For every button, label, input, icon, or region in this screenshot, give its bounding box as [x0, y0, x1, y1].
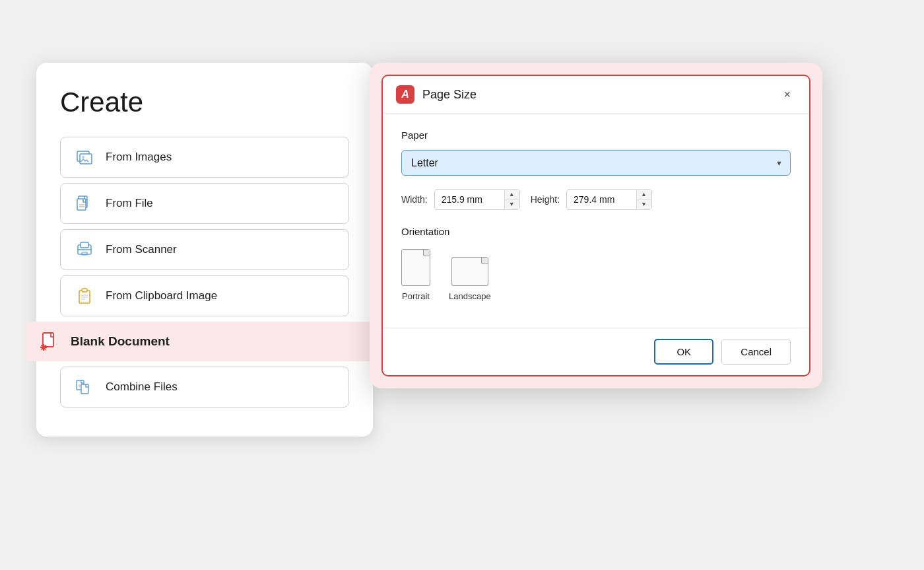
landscape-option[interactable]: Landscape [449, 257, 491, 301]
adobe-logo: A [396, 85, 414, 104]
portrait-option[interactable]: Portrait [401, 249, 430, 301]
ok-button[interactable]: OK [654, 339, 713, 365]
portrait-label: Portrait [402, 291, 430, 301]
menu-item-from-scanner[interactable]: From Scanner [60, 229, 349, 270]
width-spinners: ▲ ▼ [504, 190, 519, 209]
height-input-wrapper: ▲ ▼ [566, 189, 652, 210]
svg-rect-1 [80, 154, 92, 164]
height-spin-up[interactable]: ▲ [637, 190, 651, 200]
adobe-logo-text: A [401, 89, 409, 100]
menu-item-label-from-images: From Images [106, 151, 172, 164]
menu-item-from-images[interactable]: From Images [60, 137, 349, 178]
dialog-title: Page Size [422, 88, 770, 102]
landscape-dog-ear [481, 258, 488, 264]
clipboard-icon [74, 285, 95, 306]
height-spin-down[interactable]: ▼ [637, 200, 651, 209]
width-label: Width: [401, 194, 428, 205]
height-group: Height: ▲ ▼ [531, 189, 652, 210]
height-spinners: ▲ ▼ [636, 190, 651, 209]
svg-point-2 [82, 156, 84, 159]
menu-item-from-clipboard[interactable]: From Clipboard Image [60, 275, 349, 316]
blank-doc-label: Blank Document [71, 334, 170, 349]
orientation-row: Portrait Landscape [401, 249, 791, 301]
svg-rect-18 [43, 333, 53, 347]
menu-item-label-from-scanner: From Scanner [106, 243, 177, 256]
height-label: Height: [531, 194, 560, 205]
paper-select-wrapper: Letter A4 Legal Tabloid Custom [401, 150, 791, 176]
dialog-background: A Page Size × Paper Letter A4 Legal Tabl… [370, 63, 822, 388]
dimensions-row: Width: ▲ ▼ Height: [401, 189, 791, 210]
images-icon [74, 147, 95, 168]
blank-doc-icon [39, 331, 60, 352]
file-icon [74, 193, 95, 214]
menu-item-combine-files[interactable]: Combine Files [60, 367, 349, 408]
width-spin-down[interactable]: ▼ [505, 200, 519, 209]
cancel-button[interactable]: Cancel [721, 339, 791, 365]
menu-item-label-combine-files: Combine Files [106, 380, 178, 394]
svg-rect-25 [81, 384, 88, 394]
dialog-body: Paper Letter A4 Legal Tabloid Custom Wid… [383, 114, 809, 328]
dialog-close-button[interactable]: × [778, 86, 796, 103]
dialog-footer: OK Cancel [383, 328, 809, 375]
svg-rect-10 [81, 242, 88, 248]
portrait-dog-ear [423, 250, 430, 256]
combine-icon [74, 376, 95, 398]
create-panel: Create From Images [36, 63, 373, 437]
menu-item-blank-document[interactable]: Blank Document [26, 322, 395, 361]
width-spin-up[interactable]: ▲ [505, 190, 519, 200]
landscape-icon [451, 257, 488, 286]
width-group: Width: ▲ ▼ [401, 189, 520, 210]
page-size-dialog: A Page Size × Paper Letter A4 Legal Tabl… [381, 75, 810, 376]
landscape-label: Landscape [449, 291, 491, 301]
menu-item-from-file[interactable]: From File [60, 183, 349, 224]
paper-section-label: Paper [401, 129, 791, 141]
create-title: Create [60, 87, 349, 118]
width-input-wrapper: ▲ ▼ [434, 189, 520, 210]
page-size-dialog-overlay: A Page Size × Paper Letter A4 Legal Tabl… [370, 63, 822, 388]
paper-select[interactable]: Letter A4 Legal Tabloid Custom [401, 150, 791, 176]
menu-item-label-from-clipboard: From Clipboard Image [106, 289, 217, 303]
scanner-icon [74, 239, 95, 260]
dialog-header: A Page Size × [383, 76, 809, 114]
orientation-label: Orientation [401, 226, 791, 237]
svg-rect-14 [82, 289, 87, 292]
menu-item-label-from-file: From File [106, 197, 153, 210]
portrait-icon [401, 249, 430, 286]
